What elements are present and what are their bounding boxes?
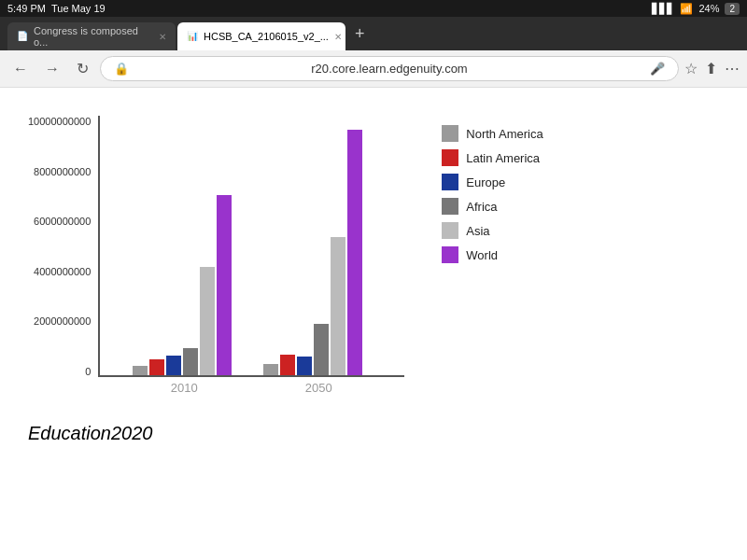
status-left: 5:49 PM Tue May 19 xyxy=(7,3,106,14)
y-axis-label: 8000000000 xyxy=(34,166,91,177)
bar-group xyxy=(263,130,362,375)
y-axis-label: 6000000000 xyxy=(34,216,91,227)
chart-legend: North AmericaLatin AmericaEuropeAfricaAs… xyxy=(442,116,543,263)
legend-label: Europe xyxy=(466,175,505,189)
status-bar: 5:49 PM Tue May 19 ▋▋▋ 📶 24% 2 xyxy=(0,0,747,17)
legend-label: Asia xyxy=(466,224,489,238)
forward-button[interactable]: → xyxy=(39,57,65,81)
tab-hcsb[interactable]: 📊 HCSB_CA_2106015_v2_... ✕ xyxy=(177,22,345,50)
menu-icon[interactable]: ⋯ xyxy=(725,60,740,77)
y-axis-label: 0 xyxy=(85,366,91,377)
bar-europe xyxy=(297,357,312,375)
tab-label-2: HCSB_CA_2106015_v2_... xyxy=(204,31,329,42)
signal-icon: ▋▋▋ xyxy=(652,3,674,15)
legend-color-box xyxy=(442,222,458,239)
legend-color-box xyxy=(442,174,458,190)
legend-label: Latin America xyxy=(466,151,540,165)
main-content: 1000000000080000000006000000000400000000… xyxy=(0,88,747,560)
legend-color-box xyxy=(442,198,458,215)
x-axis-label: 2010 xyxy=(117,381,251,395)
mic-icon: 🎤 xyxy=(650,62,665,76)
y-axis-label: 2000000000 xyxy=(34,315,91,327)
legend-item: World xyxy=(442,246,543,263)
nav-icons: ☆ ⬆ ⋯ xyxy=(684,60,740,77)
bars-area xyxy=(98,116,404,377)
tab-close-1[interactable]: ✕ xyxy=(159,32,166,42)
tab-label-1: Congress is composed o... xyxy=(34,25,153,48)
status-right: ▋▋▋ 📶 24% 2 xyxy=(652,3,740,15)
bar-north-america xyxy=(263,364,278,375)
chart-with-xaxis: 20102050 xyxy=(98,116,404,395)
bar-africa xyxy=(314,324,329,375)
legend-color-box xyxy=(442,125,458,142)
bar-asia xyxy=(331,237,345,375)
y-axis: 1000000000080000000006000000000400000000… xyxy=(28,116,98,377)
bar-group xyxy=(133,195,232,375)
legend-label: World xyxy=(466,248,498,262)
share-icon[interactable]: ⬆ xyxy=(705,60,717,77)
bar-latin-america xyxy=(149,359,164,375)
legend-item: North America xyxy=(442,125,543,142)
tab-count-badge: 2 xyxy=(725,3,740,15)
bar-europe xyxy=(166,356,181,375)
tab-favicon-2: 📊 xyxy=(187,31,198,42)
legend-item: Africa xyxy=(442,198,543,215)
bar-world xyxy=(347,130,362,375)
bar-world xyxy=(217,195,232,375)
tab-bar: 📄 Congress is composed o... ✕ 📊 HCSB_CA_… xyxy=(0,17,747,50)
date: Tue May 19 xyxy=(51,3,106,14)
tab-favicon-1: 📄 xyxy=(17,31,28,42)
bar-asia xyxy=(200,267,215,375)
tab-congress[interactable]: 📄 Congress is composed o... ✕ xyxy=(7,22,176,50)
reload-button[interactable]: ↻ xyxy=(71,56,94,81)
legend-label: Africa xyxy=(466,200,497,214)
y-axis-label: 4000000000 xyxy=(34,266,91,277)
new-tab-button[interactable]: + xyxy=(347,24,373,44)
legend-color-box xyxy=(442,149,458,166)
nav-bar: ← → ↻ 🔒 r20.core.learn.edgenuity.com 🎤 ☆… xyxy=(0,50,747,88)
bookmark-icon[interactable]: ☆ xyxy=(684,60,698,77)
bar-africa xyxy=(183,348,198,375)
back-button[interactable]: ← xyxy=(7,57,34,81)
x-axis: 20102050 xyxy=(98,377,404,395)
bar-north-america xyxy=(133,366,148,375)
x-axis-label: 2050 xyxy=(251,381,386,395)
bar-latin-america xyxy=(280,355,295,375)
url-bar[interactable]: 🔒 r20.core.learn.edgenuity.com 🎤 xyxy=(100,56,679,81)
y-axis-label: 10000000000 xyxy=(28,116,91,127)
legend-item: Latin America xyxy=(442,149,543,166)
battery-icon: 24% xyxy=(698,3,719,14)
tab-close-2[interactable]: ✕ xyxy=(334,32,342,42)
legend-color-box xyxy=(442,246,458,263)
legend-item: Asia xyxy=(442,222,543,239)
chart-container: 1000000000080000000006000000000400000000… xyxy=(28,116,719,395)
lock-icon: 🔒 xyxy=(114,62,129,76)
chart-area: 1000000000080000000006000000000400000000… xyxy=(28,116,404,395)
legend-item: Europe xyxy=(442,174,543,190)
footer-text: Education2020 xyxy=(28,423,719,444)
url-text: r20.core.learn.edgenuity.com xyxy=(134,62,644,76)
legend-label: North America xyxy=(466,127,543,141)
time: 5:49 PM xyxy=(7,3,46,14)
wifi-icon: 📶 xyxy=(680,3,693,15)
